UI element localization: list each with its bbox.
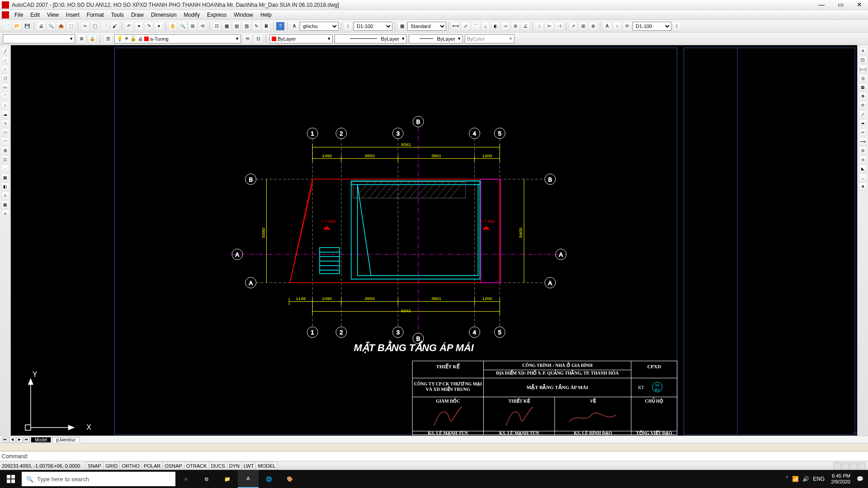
lwt-toggle[interactable]: LWT	[241, 462, 256, 470]
new-icon[interactable]: 📄	[3, 22, 12, 31]
dim-center-icon[interactable]: ⊕	[589, 22, 598, 31]
block-icon[interactable]: ◫	[1, 155, 9, 164]
layer-state-icon[interactable]: ☷	[254, 34, 263, 43]
dim-radius-icon[interactable]: ◐	[491, 22, 500, 31]
toolpal-icon[interactable]: ▤	[232, 22, 241, 31]
menu-modify[interactable]: Modify	[180, 11, 203, 19]
dim-quick-icon[interactable]: ⟊	[535, 22, 544, 31]
minimize-button[interactable]: —	[815, 1, 828, 9]
tab-model[interactable]: Model	[31, 437, 51, 442]
line-icon[interactable]: ╱	[1, 47, 9, 55]
notifications-icon[interactable]: 💬	[857, 476, 863, 482]
tab-last[interactable]: ⏭	[24, 437, 30, 442]
zoom-win-icon[interactable]: ⊞	[188, 22, 197, 31]
paste-icon[interactable]: 📄	[100, 22, 109, 31]
offset-icon[interactable]: ◎	[859, 74, 867, 82]
search-box[interactable]: 🔍 Type here to search	[22, 472, 175, 486]
break-icon[interactable]: ⊘	[859, 146, 867, 155]
start-button[interactable]	[0, 470, 22, 488]
layer-prev-icon[interactable]: ⟲	[243, 34, 252, 43]
menu-window[interactable]: Window	[230, 11, 257, 19]
help-icon[interactable]: ?	[276, 22, 285, 31]
dim-aligned-icon[interactable]: ⤢	[461, 22, 470, 31]
dim-tedit-icon[interactable]: ↕	[613, 22, 622, 31]
grid-toggle[interactable]: GRID	[103, 462, 120, 470]
ortho-toggle[interactable]: ORTHO	[119, 462, 142, 470]
tab-prev[interactable]: ◀	[9, 437, 15, 442]
join-icon[interactable]: ⧈	[859, 155, 867, 164]
dimstyle2-dropdown[interactable]: D1-100	[632, 22, 671, 31]
menu-express[interactable]: Express	[203, 11, 230, 19]
menu-file[interactable]: File	[11, 11, 27, 19]
menu-tools[interactable]: Tools	[108, 11, 127, 19]
zoom-rt-icon[interactable]: 🔍	[178, 22, 187, 31]
spline-icon[interactable]: ∿	[1, 119, 9, 127]
ws-lock-icon[interactable]: 🔒	[88, 34, 97, 43]
menu-draw[interactable]: Draw	[127, 11, 147, 19]
polar-toggle[interactable]: POLAR	[142, 462, 163, 470]
copy-icon[interactable]: 📋	[90, 22, 99, 31]
menu-dimension[interactable]: Dimension	[147, 11, 180, 19]
wifi-icon[interactable]: 📶	[792, 476, 799, 482]
command-line[interactable]: Command:	[0, 451, 868, 461]
dim-jog-icon[interactable]: ⤻	[501, 22, 510, 31]
extend-icon[interactable]: ⟶	[859, 137, 867, 145]
ducs-toggle[interactable]: DUCS	[209, 462, 227, 470]
revcloud-icon[interactable]: ☁	[1, 110, 9, 118]
insert-icon[interactable]: ⊞	[1, 146, 9, 155]
cortana-icon[interactable]: ○	[175, 470, 196, 488]
dim-arc-icon[interactable]: ⌒	[471, 22, 480, 31]
menu-help[interactable]: Help	[257, 11, 275, 19]
polygon-icon[interactable]: ⬠	[1, 74, 9, 82]
dyn-toggle[interactable]: DYN	[227, 462, 242, 470]
trim-icon[interactable]: ✂	[859, 128, 867, 136]
layer-props-icon[interactable]: ☰	[104, 34, 113, 43]
ellipsearc-icon[interactable]: ◠	[1, 137, 9, 145]
fillet-icon[interactable]: ◟	[859, 174, 867, 182]
tab-next[interactable]: ▶	[16, 437, 23, 442]
undo-icon[interactable]: ↶	[124, 22, 133, 31]
autocad-taskicon[interactable]: A	[238, 470, 259, 488]
dim-edit-icon[interactable]: A	[603, 22, 612, 31]
dimstyle-dropdown[interactable]: D1-100	[354, 22, 392, 31]
mirror-icon[interactable]: ▷◁	[859, 65, 867, 73]
dim-dia-icon[interactable]: ⊘	[511, 22, 520, 31]
osnap-toggle[interactable]: OSNAP	[162, 462, 184, 470]
chrome-icon[interactable]: 🌐	[259, 470, 279, 488]
publish-icon[interactable]: 📤	[57, 22, 66, 31]
mtext-icon[interactable]: A	[1, 210, 9, 218]
drawing-canvas[interactable]: X Y 1 2 3 4 5 1 2 3 4 5 B B B B	[11, 45, 857, 436]
h-scrollbar[interactable]	[0, 443, 868, 451]
tab-layout1[interactable]: p.kientruc	[52, 437, 80, 442]
dimstyle-icon[interactable]: ⟟	[344, 22, 353, 31]
chamfer-icon[interactable]: ◣	[859, 164, 867, 173]
match-icon[interactable]: 🖌	[110, 22, 119, 31]
dim-base-icon[interactable]: ⊢	[545, 22, 554, 31]
save-icon[interactable]: 💾	[23, 22, 32, 31]
region-icon[interactable]: ◊	[1, 192, 9, 200]
maximize-button[interactable]: ▭	[834, 1, 847, 9]
preview-icon[interactable]: 🔍	[47, 22, 56, 31]
color-dropdown[interactable]: ByLayer▾	[269, 34, 333, 43]
dim-tol-icon[interactable]: ⊞	[579, 22, 588, 31]
props-icon[interactable]: ☷	[212, 22, 221, 31]
point-icon[interactable]: ·	[1, 164, 9, 173]
lineweight-dropdown[interactable]: ByLayer ▾	[409, 34, 463, 43]
array-icon[interactable]: ▦	[859, 83, 867, 91]
scale-icon[interactable]: ⤢	[859, 110, 867, 118]
dim-update-icon[interactable]: ⟳	[623, 22, 632, 31]
xline-icon[interactable]: ⟋	[1, 56, 9, 64]
otrack-toggle[interactable]: OTRACK	[184, 462, 209, 470]
redo-drop-icon[interactable]: ▾	[154, 22, 163, 31]
clock[interactable]: 6:45 PM 2/9/2020	[828, 473, 853, 485]
tray-up-icon[interactable]: ˄	[786, 476, 788, 482]
snap-toggle[interactable]: SNAP	[85, 462, 104, 470]
lang-indicator[interactable]: ENG	[813, 476, 825, 482]
ellipse-icon[interactable]: ⬭	[1, 128, 9, 136]
tablestyle-icon[interactable]: ▦	[397, 22, 406, 31]
tray-icon[interactable]	[858, 462, 865, 469]
tray-icon[interactable]	[850, 462, 857, 469]
arc-icon[interactable]: ⌒	[1, 92, 9, 100]
sheetset-icon[interactable]: ▥	[242, 22, 251, 31]
dcenter-icon[interactable]: ▦	[222, 22, 231, 31]
